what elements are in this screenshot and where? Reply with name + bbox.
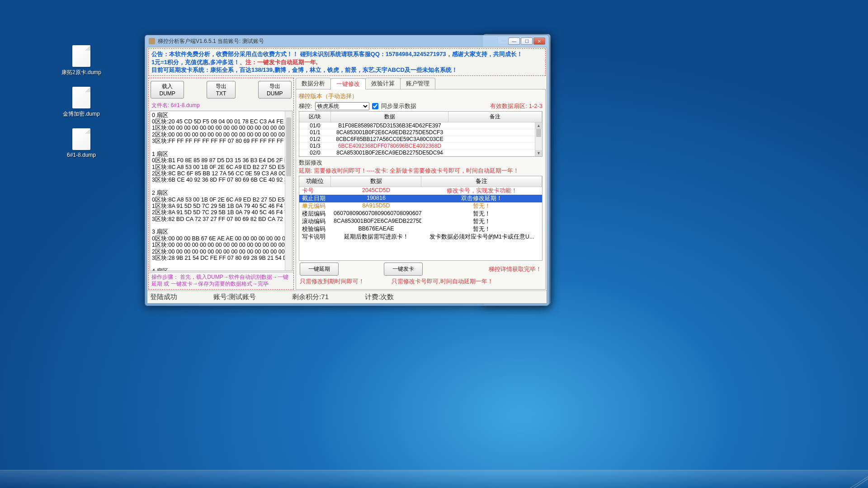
grid-scrollbar[interactable]: ▲▼ — [535, 122, 542, 156]
grid-col-data[interactable]: 数据 — [331, 112, 448, 122]
hex-viewer[interactable]: 0 扇区 0区块:20 45 CD 5D F5 08 04 00 01 78 E… — [150, 111, 292, 271]
mod-col-data[interactable]: 数据 — [331, 176, 421, 187]
load-dump-button[interactable]: 载入DUMP — [151, 81, 184, 99]
modify-row[interactable]: 楼层编码06070809060708090607080906070809暂无！ — [299, 210, 542, 218]
status-login: 登陆成功 — [150, 293, 177, 301]
taskbar[interactable] — [0, 470, 868, 488]
export-txt-button[interactable]: 导出TXT — [207, 81, 235, 99]
tab-analysis[interactable]: 数据分析 — [296, 78, 331, 89]
scrollbar[interactable] — [285, 111, 292, 271]
status-account: 账号:测试账号 — [213, 293, 256, 301]
tab-checksum[interactable]: 效验计算 — [365, 78, 401, 89]
modify-row[interactable]: 写卡说明延期后数据需写进原卡！发卡数据必须对应卡号的M1卡或任意U... — [299, 233, 542, 241]
issue-card-button[interactable]: 一键发卡 — [384, 263, 423, 276]
desktop-file-1[interactable]: 康拓2原卡.dump — [61, 45, 102, 76]
app-min-button[interactable]: — — [508, 38, 520, 45]
desktop-file-label: 康拓2原卡.dump — [61, 69, 102, 76]
status-points: 剩余积分:71 — [292, 293, 329, 301]
desktop-file-2[interactable]: 金博加密.dump — [61, 87, 102, 118]
export-dump-button[interactable]: 导出DUMP — [258, 81, 292, 99]
modify-grid: 功能位 数据 备注 卡号2045CD5D修改卡号，实现发卡功能！截止日期1908… — [299, 176, 542, 261]
version-label: 梯控版本（手动选择） — [299, 92, 358, 100]
mod-col-func[interactable]: 功能位 — [299, 176, 331, 187]
modify-row[interactable]: 滚动编码8CA853001B0F2E6CA9EDB2275DE5DC94暂无！ — [299, 218, 542, 225]
file-icon — [72, 87, 90, 108]
mod-section-label: 数据修改 — [299, 159, 542, 167]
sector-row[interactable]: 01/28CBC6F85BB127A56CC0E59C3A80C03CE — [299, 136, 542, 143]
grid-col-block[interactable]: 区/块 — [299, 112, 331, 122]
sector-row[interactable]: 01/36BCE4092368DFF0780696BCE4092368D — [299, 143, 542, 150]
file-icon — [72, 45, 90, 67]
app-close-button[interactable]: ✕ — [533, 38, 545, 45]
app-titlebar[interactable]: 梯控分析客户端V1.6.5.1 当前账号: 测试账号 — ☐ ✕ — [145, 35, 549, 47]
detail-done: 梯控详情获取完毕！ — [489, 265, 542, 273]
system-select[interactable]: 铁虎系统 — [315, 102, 369, 110]
desktop-file-3[interactable]: 6#1-8.dump — [61, 128, 102, 158]
extend-hint: 只需修改到期时间即可！ — [300, 277, 364, 286]
right-pane: 数据分析 一键修改 效验计算 账户管理 梯控版本（手动选择） 梯控: 铁虎系统 … — [296, 78, 546, 290]
tab-modify[interactable]: 一键修改 — [330, 78, 366, 89]
valid-sectors: 有效数据扇区: 1-2-3 — [490, 102, 542, 110]
desktop-file-label: 6#1-8.dump — [61, 152, 102, 158]
announcement-banner: 公告：本软件免费分析，收费部分采用点击收费方式！！ 碰到未识别系统请联系客服QQ… — [148, 48, 546, 76]
left-pane: 载入DUMP 导出TXT 导出DUMP 文件名: 6#1-8.dump 0 扇区… — [148, 78, 294, 290]
app-title: 梯控分析客户端V1.6.5.1 当前账号: 测试账号 — [158, 38, 264, 45]
desktop-file-label: 金博加密.dump — [61, 110, 102, 118]
grid-col-note[interactable]: 备注 — [448, 112, 542, 122]
status-bar: 登陆成功 账号:测试账号 剩余积分:71 计费:次数 — [147, 291, 547, 303]
extend-button[interactable]: 一键延期 — [300, 263, 339, 276]
mod-col-note[interactable]: 备注 — [421, 176, 542, 187]
sync-label: 同步显示数据 — [381, 102, 416, 110]
sync-checkbox[interactable] — [372, 103, 378, 109]
modify-row[interactable]: 截止日期190816双击修改延期！ — [299, 195, 542, 202]
modify-row[interactable]: 单元编码8A915D5D暂无！ — [299, 202, 542, 210]
app-icon — [149, 38, 155, 44]
app-max-button[interactable]: ☐ — [521, 38, 533, 45]
tk-label: 梯控: — [299, 102, 312, 110]
tab-account[interactable]: 账户管理 — [400, 78, 435, 89]
issue-hint: 只需修改卡号即可,时间自动延期一年！ — [392, 277, 493, 286]
tab-bar: 数据分析 一键修改 效验计算 账户管理 — [296, 78, 546, 89]
steps-hint: 操作步骤： 首先，载入DUMP→软件自动识别数据→一键延期 或 一键发卡→保存为… — [149, 272, 293, 289]
status-billing: 计费:次数 — [365, 293, 394, 301]
filename-label: 文件名: 6#1-8.dump — [149, 101, 293, 110]
sector-row[interactable]: 01/0B1F08E858987D5D31536B3E4D62FE397 — [299, 122, 542, 129]
modify-row[interactable]: 校验编码BB676EAEAE暂无！ — [299, 225, 542, 233]
sector-row[interactable]: 01/18CA853001B0F2E6CA9EDB2275DE5DCF3 — [299, 129, 542, 136]
modify-row[interactable]: 卡号2045CD5D修改卡号，实现发卡功能！ — [299, 187, 542, 195]
sector-row[interactable]: 02/08CA853001B0F2E6CA9EDB2275DE5DC94 — [299, 150, 542, 156]
file-icon — [72, 128, 90, 150]
app-window: 梯控分析客户端V1.6.5.1 当前账号: 测试账号 — ☐ ✕ 公告：本软件免… — [145, 35, 549, 306]
mod-hint: 延期: 需要修改时间即可！----发卡: 全新做卡需要修改卡号即可，时间自动延期… — [299, 167, 542, 175]
sector-grid: 区/块 数据 备注 ▲▼ 01/0B1F08E858987D5D31536B3E… — [299, 111, 542, 157]
